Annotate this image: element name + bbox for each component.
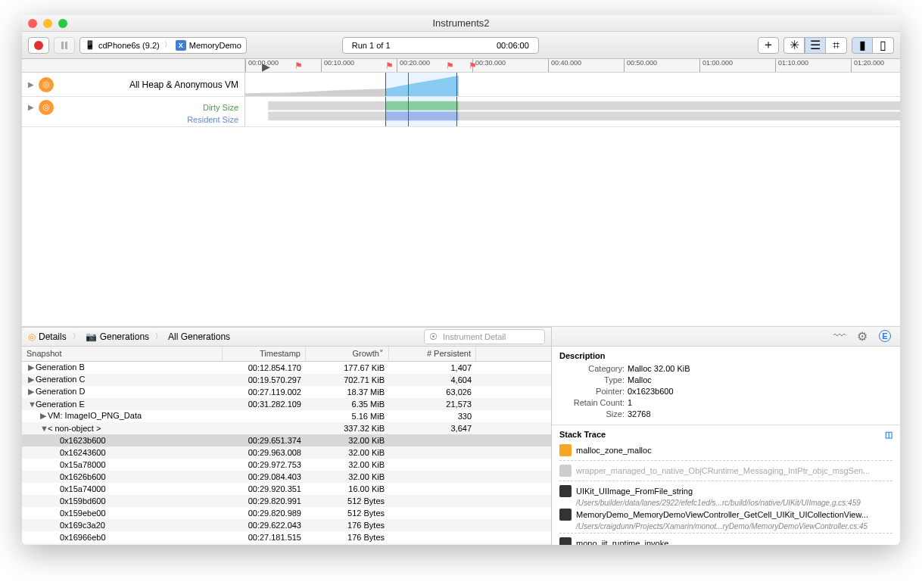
- table-row[interactable]: 0x1624360000:29.963.00832.00 KiB: [22, 446, 551, 459]
- window-minimize-button[interactable]: [43, 19, 52, 28]
- window-zoom-button[interactable]: [58, 19, 67, 28]
- record-button[interactable]: [28, 37, 49, 54]
- run-info[interactable]: Run 1 of 1 00:06:00: [342, 37, 539, 54]
- table-row[interactable]: 0x169cff5000:29.921.764176 Bytes: [22, 543, 551, 546]
- flag-icon[interactable]: ⚑: [446, 61, 454, 71]
- breadcrumb-all[interactable]: All Generations: [168, 331, 230, 342]
- panel-left-button[interactable]: ▮: [852, 37, 873, 54]
- camera-icon: 📷: [86, 331, 97, 342]
- table-row[interactable]: ▶VM: ImageIO_PNG_Data5.16 MiB330: [22, 410, 551, 422]
- flag-icon[interactable]: ⚑: [469, 61, 477, 71]
- table-row[interactable]: ▶Generation D00:27.119.00218.37 MiB63,02…: [22, 386, 551, 398]
- flag-icon[interactable]: ⚑: [385, 61, 394, 71]
- ruler-tick: 00:10.000: [321, 59, 354, 72]
- table-row[interactable]: ▼< non-object >337.32 KiB3,647: [22, 422, 551, 434]
- svg-rect-4: [268, 112, 900, 121]
- resident-size-label: Resident Size: [187, 115, 238, 124]
- table-row[interactable]: 0x159ebe0000:29.820.989512 Bytes: [22, 507, 551, 519]
- stack-frame[interactable]: malloc_zone_malloc: [552, 443, 900, 458]
- type-label: Type:: [559, 375, 628, 386]
- ruler-tick: 01:20.000: [851, 59, 884, 72]
- category-value: Malloc 32.00 KiB: [628, 363, 690, 375]
- col-snapshot[interactable]: Snapshot: [22, 347, 223, 361]
- breadcrumb-generations[interactable]: 📷Generations: [86, 331, 149, 342]
- table-row[interactable]: 0x16966eb000:27.181.515176 Bytes: [22, 531, 551, 543]
- table-row[interactable]: ▼Generation E00:31.282.1096.35 MiB21,573: [22, 398, 551, 410]
- type-value: Malloc: [628, 375, 652, 386]
- table-row[interactable]: 0x1623b60000:29.651.37432.00 KiB: [22, 434, 551, 446]
- description-title: Description: [559, 351, 892, 360]
- stack-frame-icon: [559, 537, 572, 546]
- track2-disclosure[interactable]: ▶: [28, 103, 34, 111]
- stack-frame-icon: [559, 485, 572, 497]
- search-input[interactable]: ⦿ Instrument Detail: [424, 329, 545, 344]
- chevron-right-icon: 〉: [163, 40, 173, 50]
- grid-view-button[interactable]: ⌗: [826, 37, 847, 54]
- size-label: Size:: [559, 409, 628, 420]
- track-disclosure[interactable]: ▶: [28, 80, 34, 89]
- ruler-tick: 00:20.000: [397, 59, 430, 72]
- chevron-icon: 〉: [154, 331, 164, 341]
- stack-frame-icon: [559, 444, 572, 456]
- vm-track-icon: ◎: [39, 100, 54, 115]
- device-icon: 📱: [85, 40, 95, 50]
- stack-path: /Users/craigdunn/Projects/Xamarin/monot.…: [552, 522, 900, 530]
- table-row[interactable]: 0x159bd60000:29.820.991512 Bytes: [22, 495, 551, 507]
- device-name: cdPhone6s (9.2): [98, 41, 160, 50]
- flag-icon[interactable]: ⚑: [294, 61, 303, 71]
- table-row[interactable]: ▶Generation B00:12.854.170177.67 KiB1,40…: [22, 362, 551, 374]
- vm-graph[interactable]: [245, 97, 900, 126]
- stack-path: /Users/builder/data/lanes/2922/efefc1ed/…: [552, 499, 900, 507]
- track1-label: All Heap & Anonymous VM: [129, 79, 238, 90]
- table-row[interactable]: 0x15a7800000:29.972.75332.00 KiB: [22, 459, 551, 471]
- stack-frame-icon: [559, 465, 572, 477]
- retain-value: 1: [628, 397, 632, 409]
- ruler-tick: 00:30.000: [472, 59, 506, 72]
- allocations-track-icon: ◎: [39, 77, 54, 92]
- table-row[interactable]: 0x1626b60000:29.084.40332.00 KiB: [22, 471, 551, 483]
- svg-rect-2: [268, 101, 900, 110]
- panel-right-button[interactable]: ▯: [873, 37, 894, 54]
- ruler-tick: 01:00.000: [699, 59, 733, 72]
- pointer-value: 0x1623b600: [628, 386, 674, 397]
- strategy-button[interactable]: ✳: [783, 37, 805, 54]
- details-icon: ◎: [28, 331, 36, 342]
- app-name: MemoryDemo: [189, 41, 241, 50]
- size-value: 32768: [628, 409, 651, 420]
- stack-frame[interactable]: wrapper_managed_to_native_ObjCRuntime_Me…: [552, 463, 900, 478]
- search-icon: ⦿: [429, 332, 438, 341]
- dirty-size-label: Dirty Size: [203, 103, 238, 112]
- col-timestamp[interactable]: Timestamp: [223, 347, 306, 361]
- stack-frame[interactable]: MemoryDemo_MemoryDemoViewController_GetC…: [552, 507, 900, 522]
- stack-config-icon[interactable]: ◫: [885, 430, 892, 440]
- ruler-tick: 00:50.000: [624, 59, 657, 72]
- window-close-button[interactable]: [28, 19, 37, 28]
- allocations-graph[interactable]: [245, 73, 900, 96]
- table-row[interactable]: 0x15a7400000:29.920.35116.00 KiB: [22, 483, 551, 495]
- ruler-tick: 01:10.000: [775, 59, 808, 72]
- pointer-label: Pointer:: [559, 386, 628, 397]
- retain-label: Retain Count:: [559, 397, 628, 409]
- stack-trace-title: Stack Trace: [559, 430, 606, 439]
- target-chain[interactable]: 📱 cdPhone6s (9.2) 〉 X MemoryDemo: [79, 37, 247, 54]
- add-button[interactable]: ＋: [758, 37, 779, 54]
- breadcrumb-details[interactable]: ◎Details: [28, 331, 67, 342]
- xamarin-icon: X: [176, 40, 186, 51]
- col-persistent[interactable]: # Persistent: [389, 347, 476, 361]
- stack-frame-icon: [559, 509, 572, 521]
- col-growth[interactable]: Growth˅: [306, 347, 389, 361]
- gear-icon[interactable]: ⚙: [856, 330, 868, 342]
- table-row[interactable]: 0x169c3a2000:29.622.043176 Bytes: [22, 519, 551, 531]
- stack-frame[interactable]: mono_jit_runtime_invoke: [552, 536, 900, 546]
- list-view-button[interactable]: ☰: [805, 37, 826, 54]
- run-label: Run 1 of 1: [352, 41, 391, 50]
- pause-button[interactable]: [54, 37, 75, 54]
- timeline-ruler[interactable]: ▶ 00:00.00000:10.00000:20.00000:30.00000…: [245, 59, 900, 72]
- waveform-icon[interactable]: 〰: [833, 330, 846, 342]
- run-time: 00:06:00: [497, 41, 529, 50]
- extended-detail-icon[interactable]: E: [879, 330, 891, 342]
- ruler-tick: 00:00.000: [245, 59, 279, 72]
- stack-frame[interactable]: UIKit_UIImage_FromFile_string: [552, 484, 900, 499]
- table-row[interactable]: ▶Generation C00:19.570.297702.71 KiB4,60…: [22, 374, 551, 386]
- chevron-icon: 〉: [71, 331, 81, 341]
